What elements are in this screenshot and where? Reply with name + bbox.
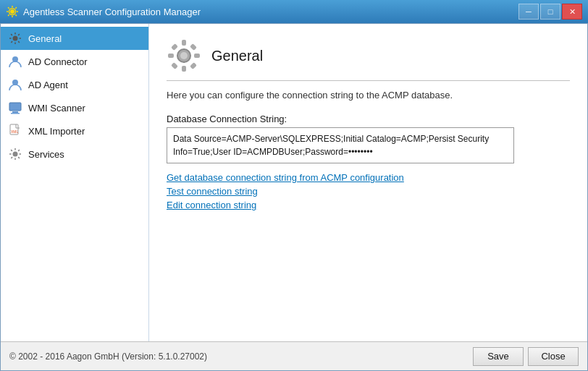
test-connection-string-link[interactable]: Test connection string — [167, 186, 570, 197]
sidebar-label-general: General — [28, 33, 62, 44]
title-bar-left: Agentless Scanner Configuration Manager — [6, 5, 201, 18]
footer-buttons: Save Close — [473, 347, 579, 366]
footer-copyright: © 2002 - 2016 Aagon GmbH (Version: 5.1.0… — [9, 351, 207, 362]
field-label: Database Connection String: — [167, 114, 570, 124]
svg-point-0 — [10, 9, 14, 14]
svg-rect-15 — [168, 54, 174, 58]
title-bar-buttons: ─ □ ✕ — [518, 4, 582, 20]
get-connection-string-link[interactable]: Get database connection string from ACMP… — [167, 172, 570, 183]
services-icon — [8, 147, 22, 161]
svg-rect-18 — [190, 43, 197, 51]
ad-agent-icon — [8, 77, 22, 92]
svg-point-10 — [13, 152, 18, 157]
minimize-button[interactable]: ─ — [518, 4, 539, 20]
connection-string-display: Data Source=ACMP-Server\SQLEXPRESS;Initi… — [167, 127, 514, 163]
svg-rect-14 — [182, 66, 186, 72]
window-close-button[interactable]: ✕ — [562, 4, 582, 20]
field-group: Database Connection String: Data Source=… — [167, 114, 570, 163]
svg-point-2 — [13, 36, 18, 41]
svg-rect-19 — [171, 62, 178, 69]
sidebar-item-wmi-scanner[interactable]: WMI Scanner — [1, 96, 148, 119]
sidebar-item-ad-agent[interactable]: AD Agent — [1, 73, 148, 96]
sidebar-item-services[interactable]: Services — [1, 142, 148, 166]
sidebar-label-ad-connector: AD Connector — [28, 56, 88, 67]
sidebar-label-ad-agent: AD Agent — [28, 80, 68, 90]
app-icon — [6, 5, 19, 18]
sidebar: General AD Connector AD — [1, 24, 149, 341]
sidebar-label-xml-importer: XML Importer — [28, 126, 85, 137]
wmi-scanner-icon — [8, 101, 22, 115]
close-button[interactable]: Close — [528, 347, 579, 366]
svg-point-12 — [180, 52, 188, 59]
edit-connection-string-link[interactable]: Edit connection string — [167, 200, 570, 210]
panel-description: Here you can configure the connection st… — [167, 90, 570, 101]
svg-text:XML: XML — [11, 129, 19, 134]
svg-rect-7 — [11, 113, 20, 114]
title-bar-text: Agentless Scanner Configuration Manager — [23, 7, 201, 17]
maximize-button[interactable]: □ — [540, 4, 560, 20]
sidebar-item-general[interactable]: General — [1, 27, 148, 50]
sidebar-label-wmi-scanner: WMI Scanner — [28, 103, 85, 114]
links-section: Get database connection string from ACMP… — [167, 172, 570, 210]
footer: © 2002 - 2016 Aagon GmbH (Version: 5.1.0… — [1, 341, 587, 370]
save-button[interactable]: Save — [473, 347, 524, 366]
sidebar-label-services: Services — [28, 149, 64, 160]
panel-title: General — [211, 48, 263, 64]
panel-header-icon — [167, 38, 201, 73]
svg-rect-16 — [194, 54, 200, 58]
title-bar: Agentless Scanner Configuration Manager … — [0, 0, 588, 23]
sidebar-item-ad-connector[interactable]: AD Connector — [1, 50, 148, 73]
ad-connector-icon — [8, 54, 22, 69]
sidebar-item-xml-importer[interactable]: XML XML Importer — [1, 119, 148, 142]
main-panel: General Here you can configure the conne… — [149, 24, 587, 341]
general-icon — [8, 31, 22, 46]
window-body: General AD Connector AD — [0, 23, 588, 371]
xml-importer-icon: XML — [8, 124, 22, 138]
svg-rect-13 — [182, 40, 186, 46]
svg-rect-20 — [190, 62, 197, 69]
svg-rect-6 — [12, 111, 18, 113]
svg-rect-17 — [171, 43, 178, 51]
svg-rect-5 — [9, 103, 21, 111]
panel-header: General — [167, 38, 570, 81]
content-area: General AD Connector AD — [1, 24, 587, 341]
